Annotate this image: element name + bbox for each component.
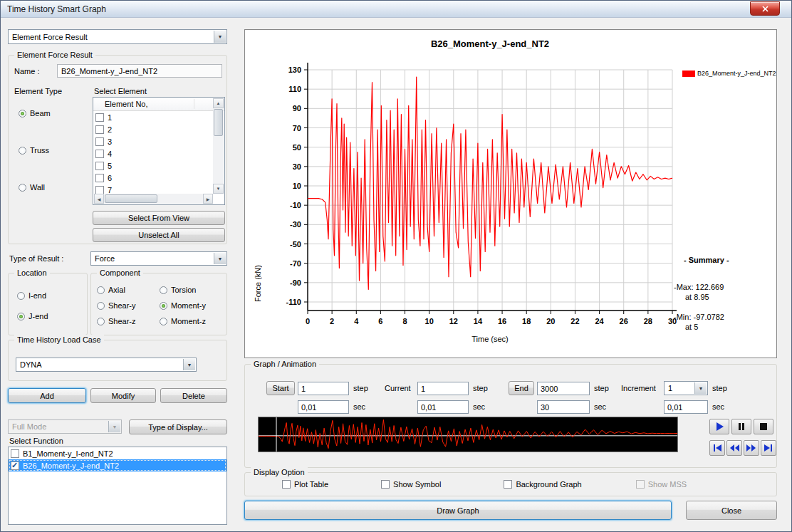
display-option-show-symbol[interactable]: Show Symbol (381, 480, 441, 489)
component-radio-axial[interactable]: Axial (97, 285, 160, 295)
element-checkbox[interactable] (95, 150, 104, 158)
delete-button[interactable]: Delete (160, 388, 227, 403)
scrollbar-thumb[interactable] (214, 109, 223, 136)
result-type-combo[interactable]: Element Force Result ▼ (8, 29, 227, 44)
increment-label: Increment (621, 384, 656, 392)
sec-label: sec (353, 402, 365, 411)
chevron-down-icon: ▼ (183, 359, 195, 370)
pause-button[interactable] (731, 419, 751, 434)
element-number: 2 (108, 125, 112, 134)
scroll-up-icon[interactable]: ▲ (213, 98, 224, 108)
element-type-label: Element Type (14, 87, 62, 95)
stop-button[interactable] (754, 419, 773, 434)
end-sec-input[interactable] (537, 400, 590, 414)
element-no-header: Element No, (105, 100, 148, 108)
current-sec-input[interactable] (417, 400, 469, 414)
current-step-input[interactable] (417, 382, 469, 395)
component-radio-moment-y[interactable]: Moment-y (160, 301, 222, 311)
sec-label: sec (712, 402, 724, 411)
component-radio-shear-y[interactable]: Shear-y (97, 301, 160, 311)
svg-text:2: 2 (330, 317, 334, 325)
element-checkbox[interactable] (95, 125, 104, 134)
element-row[interactable]: 3 (93, 135, 224, 147)
element-type-radio-truss[interactable]: Truss (19, 145, 90, 155)
radio-label: I-end (28, 291, 46, 300)
load-case-combo[interactable]: DYNA ▼ (16, 358, 197, 372)
close-footer-button[interactable]: Close (686, 501, 777, 520)
element-number: 4 (108, 150, 112, 158)
radio-icon (97, 318, 105, 325)
element-row[interactable]: 6 (93, 172, 224, 184)
modify-button[interactable]: Modify (90, 388, 156, 403)
scrollbar-thumb[interactable] (105, 194, 157, 203)
type-of-display-button[interactable]: Type of Display... (129, 419, 227, 434)
element-listbox[interactable]: Element No, 1234567 ▲ ▼ ◀ ▶ (93, 97, 225, 205)
element-row[interactable]: 5 (93, 160, 224, 172)
display-option-plot-table[interactable]: Plot Table (282, 480, 328, 489)
skip-to-end-button[interactable] (761, 440, 776, 456)
scroll-left-icon[interactable]: ◀ (94, 194, 104, 204)
display-option-background-graph[interactable]: Background Graph (504, 480, 581, 489)
draw-graph-button[interactable]: Draw Graph (244, 501, 672, 520)
scroll-right-icon[interactable]: ▶ (203, 194, 213, 204)
element-checkbox[interactable] (95, 174, 104, 182)
load-case-label: Time History Load Case (14, 335, 104, 345)
close-icon (762, 6, 768, 12)
type-of-result-combo[interactable]: Force ▼ (90, 251, 227, 266)
end-button[interactable]: End (509, 381, 534, 395)
svg-text:20: 20 (546, 317, 555, 325)
display-option-show-mss: Show MSS (636, 480, 687, 489)
element-checkbox[interactable] (95, 113, 104, 122)
increment-sec-input[interactable] (664, 400, 708, 414)
load-case-value: DYNA (20, 360, 42, 369)
close-button[interactable] (750, 1, 780, 16)
animation-timeline[interactable] (258, 417, 678, 452)
skip-to-start-button[interactable] (709, 440, 725, 456)
svg-text:8: 8 (402, 317, 407, 325)
function-listbox[interactable]: B1_Moment-y_I-end_NT2B26_Moment-y_J-end_… (8, 447, 227, 525)
title-bar[interactable]: Time History Smart Graph (1, 1, 791, 18)
element-row[interactable]: 1 (93, 111, 224, 123)
svg-text:26: 26 (620, 317, 628, 325)
component-radio-moment-z[interactable]: Moment-z (160, 316, 222, 326)
display-checkbox[interactable] (381, 480, 390, 489)
unselect-all-button[interactable]: Unselect All (93, 228, 225, 242)
start-sec-input[interactable] (298, 400, 349, 414)
horizontal-scrollbar[interactable]: ◀ ▶ (94, 194, 213, 204)
vertical-scrollbar[interactable]: ▲ ▼ (213, 98, 224, 194)
element-number: 3 (108, 137, 112, 146)
element-number: 5 (108, 162, 112, 170)
increment-combo[interactable]: 1 ▼ (664, 381, 708, 395)
location-radio-j-end[interactable]: J-end (17, 311, 48, 321)
start-step-input[interactable] (298, 382, 349, 395)
component-label: Component (97, 268, 143, 278)
function-item[interactable]: B26_Moment-y_J-end_NT2 (9, 459, 226, 471)
element-row[interactable]: 4 (93, 147, 224, 160)
element-checkbox[interactable] (95, 162, 104, 170)
element-type-radio-beam[interactable]: Beam (19, 108, 90, 118)
display-checkbox[interactable] (504, 480, 512, 489)
element-checkbox[interactable] (95, 186, 104, 194)
element-checkbox[interactable] (95, 137, 104, 146)
add-button[interactable]: Add (8, 388, 86, 403)
function-item[interactable]: B1_Moment-y_I-end_NT2 (9, 447, 226, 459)
scroll-down-icon[interactable]: ▼ (213, 184, 224, 194)
mini-chart-svg (259, 417, 677, 452)
start-button[interactable]: Start (266, 381, 295, 395)
forward-button[interactable] (744, 440, 759, 456)
element-type-radios: BeamTrussWall (19, 108, 90, 192)
element-list-header[interactable]: Element No, (93, 98, 224, 111)
checkbox-label: Plot Table (294, 480, 328, 489)
function-checkbox[interactable] (11, 449, 19, 458)
display-checkbox[interactable] (282, 480, 291, 489)
location-radio-i-end[interactable]: I-end (17, 291, 48, 301)
element-type-radio-wall[interactable]: Wall (19, 182, 90, 192)
component-radio-shear-z[interactable]: Shear-z (97, 316, 160, 326)
play-button[interactable] (709, 419, 729, 434)
end-step-input[interactable] (537, 382, 590, 395)
select-from-view-button[interactable]: Select From View (93, 211, 225, 225)
rewind-button[interactable] (726, 440, 742, 456)
function-checkbox[interactable] (11, 461, 19, 470)
element-row[interactable]: 2 (93, 123, 224, 135)
component-radio-torsion[interactable]: Torsion (160, 285, 222, 295)
